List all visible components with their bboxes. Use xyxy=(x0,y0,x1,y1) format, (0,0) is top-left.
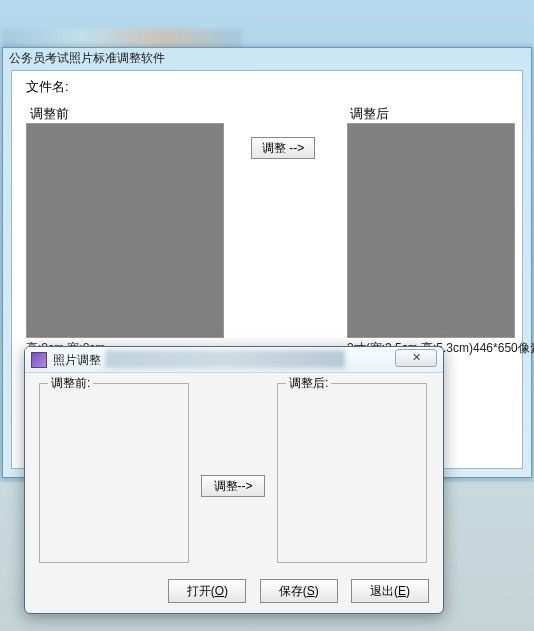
save-button[interactable]: 保存(S) xyxy=(260,579,338,603)
close-button[interactable]: ✕ xyxy=(395,349,437,367)
open-button[interactable]: 打开(O) xyxy=(168,579,246,603)
save-button-label: 保存 xyxy=(279,584,303,598)
open-button-label: 打开 xyxy=(187,584,211,598)
dialog-button-row: 打开(O) 保存(S) 退出(E) xyxy=(29,579,439,603)
dialog-body: 调整前: 调整后: 调整--> 打开(O) 保存(S) 退出(E) xyxy=(29,377,439,609)
before-image-box xyxy=(26,123,224,338)
before-groupbox: 调整前: xyxy=(39,383,189,563)
dialog-titlebar[interactable]: 照片调整 ✕ xyxy=(25,347,443,373)
after-groupbox-label: 调整后: xyxy=(286,375,331,392)
app-icon xyxy=(31,352,47,368)
before-label: 调整前 xyxy=(30,105,69,123)
open-button-hotkey: O xyxy=(215,584,224,598)
main-window-titlebar[interactable]: 公务员考试照片标准调整软件 xyxy=(3,48,531,66)
exit-button-label: 退出 xyxy=(370,584,394,598)
adjust-button[interactable]: 调整 --> xyxy=(251,137,315,159)
main-window-title: 公务员考试照片标准调整软件 xyxy=(9,51,165,65)
after-groupbox: 调整后: xyxy=(277,383,427,563)
after-label: 调整后 xyxy=(350,105,389,123)
before-groupbox-label: 调整前: xyxy=(48,375,93,392)
dialog-adjust-button[interactable]: 调整--> xyxy=(201,475,265,497)
title-blur-area xyxy=(105,350,345,368)
file-name-label: 文件名: xyxy=(26,78,69,96)
background-blur-strip xyxy=(2,29,242,49)
exit-button[interactable]: 退出(E) xyxy=(351,579,429,603)
after-image-box xyxy=(347,123,515,338)
photo-adjust-dialog: 照片调整 ✕ 调整前: 调整后: 调整--> 打开(O) 保存(S) 退出(E) xyxy=(24,346,444,614)
dialog-title: 照片调整 xyxy=(53,352,101,369)
save-button-hotkey: S xyxy=(307,584,315,598)
close-icon: ✕ xyxy=(412,351,421,363)
exit-button-hotkey: E xyxy=(398,584,406,598)
